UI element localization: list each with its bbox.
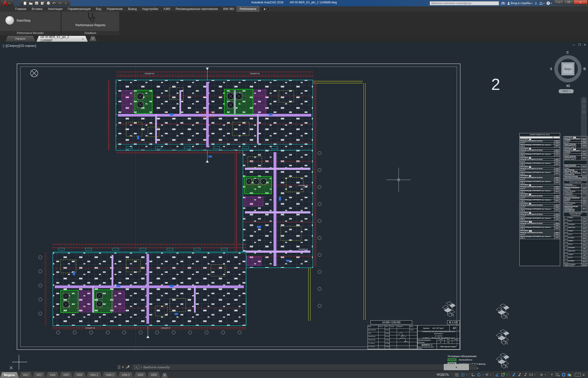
new-drawing-tab-button[interactable]: + [89, 36, 97, 41]
isodraft-icon[interactable] [484, 372, 490, 378]
snap-mode-icon[interactable] [460, 372, 466, 378]
layout-tab-model[interactable]: Модель [0, 372, 19, 378]
isolate-objects-icon[interactable] [555, 372, 560, 378]
start-stop-button[interactable] [5, 16, 14, 25]
tab-vyvod[interactable]: Вывод [125, 7, 140, 11]
viewcube-south[interactable]: Ю [566, 84, 570, 88]
grid-display-icon[interactable] [454, 372, 460, 378]
wrench-icon[interactable] [126, 365, 129, 369]
layout-tab-ar6[interactable]: AR6 [73, 372, 86, 378]
viewport-minimize-icon[interactable]: — [572, 43, 575, 47]
new-file-icon[interactable] [23, 1, 27, 5]
isodraft-caret-icon[interactable]: ▾ [490, 374, 492, 376]
layout-tab-ar2[interactable]: AR2 [32, 372, 46, 378]
tab-nadstroyki[interactable]: Надстройки [140, 7, 161, 11]
hardware-acceleration-icon[interactable] [560, 372, 566, 378]
workspace-gear-icon[interactable]: ⚙ [539, 372, 544, 378]
tab-recommended-apps[interactable]: Рекомендованные приложения [173, 7, 220, 11]
grip-dots-icon [118, 366, 120, 369]
tab-performance[interactable]: Performance [237, 6, 259, 12]
layout-tab-ar6-3[interactable]: AR6.3 [118, 372, 134, 378]
search-binoculars-icon[interactable] [501, 2, 505, 5]
tab-vid[interactable]: Вид [93, 7, 104, 11]
ribbon-tab-bar: Главная Вставка Аннотации Параметризация… [0, 6, 588, 12]
redo-icon[interactable]: ↷▾ [58, 1, 62, 5]
clean-screen-icon[interactable]: ⤢ [575, 373, 581, 377]
ucs-icon [10, 355, 27, 370]
new-layout-button[interactable]: + [161, 373, 168, 378]
command-close-icon[interactable]: ✕ [122, 366, 124, 369]
graphics-performance-icon[interactable] [566, 372, 572, 378]
annotation-visibility-icon[interactable] [511, 372, 517, 378]
qat-customize-icon[interactable]: ▾ [64, 1, 68, 5]
file-tab-home[interactable]: Начало [5, 36, 35, 42]
file-tab-close-icon[interactable]: ✕ [82, 38, 84, 40]
performance-reports-button[interactable]: Performance Reports [62, 13, 119, 27]
model-space-button[interactable]: МОДЕЛЬ [434, 373, 451, 376]
workspace-caret-icon[interactable]: ▾ [544, 374, 546, 376]
save-icon[interactable] [34, 1, 39, 5]
command-options-caret[interactable]: ▾ [141, 366, 142, 368]
save-as-icon[interactable] [40, 1, 45, 5]
customization-plus-icon[interactable]: + [549, 372, 555, 378]
annotation-autoscale-icon[interactable] [517, 372, 522, 378]
status-menu-icon[interactable]: ≡ [581, 372, 587, 378]
annotation-scale-caret-icon[interactable]: ▾ [534, 374, 536, 376]
object-snap-icon[interactable] [500, 372, 506, 378]
drawing-canvas[interactable]: [−][Сверху][2D-каркас] — ❐ ✕ 2 С Ю З В В… [0, 42, 588, 371]
command-input[interactable]: Введите команду [143, 365, 170, 369]
annotation-autoscale2-icon[interactable] [522, 372, 528, 378]
viewcube-face-top[interactable]: Верх [561, 62, 574, 75]
layout-tab-ar8[interactable]: AR8 [134, 372, 147, 378]
layout-tab-ar9[interactable]: AR9 [147, 372, 161, 378]
tab-a360[interactable]: A360 [161, 7, 173, 11]
minimize-button[interactable]: — [554, 0, 564, 4]
viewcube-ucs-menu[interactable]: МСК▾ [559, 89, 574, 93]
polar-caret-icon[interactable]: ▾ [482, 374, 484, 376]
layout-tab-ar6-1[interactable]: AR6.1 [86, 372, 102, 378]
restore-button[interactable]: ❐ [564, 0, 574, 4]
tab-upravlenie[interactable]: Управление [104, 7, 125, 11]
undo-icon[interactable]: ↶▾ [52, 1, 56, 5]
a360-icon[interactable]: ▾ [539, 2, 544, 5]
search-input[interactable] [430, 1, 499, 5]
command-line-grip[interactable]: ✕ [117, 364, 132, 370]
close-button[interactable]: ✕ [574, 0, 588, 4]
object-snap-tracking-icon[interactable] [494, 372, 500, 378]
snap-caret-icon[interactable]: ▾ [466, 374, 468, 376]
ribbon-display-toggle[interactable]: ▣ ▾ [261, 7, 269, 11]
layout-tab-ar1[interactable]: AR1 [19, 372, 32, 378]
viewport-controls[interactable]: [−][Сверху][2D-каркас] [3, 44, 36, 47]
viewport-close-icon[interactable]: ✕ [584, 43, 586, 47]
tab-parametrizaciya[interactable]: Параметризация [65, 7, 93, 11]
polar-tracking-icon[interactable] [476, 372, 482, 378]
command-prompt-icon[interactable]: >_ [134, 365, 140, 369]
exchange-apps-icon[interactable]: X [535, 1, 537, 5]
status-bar: Модель AR1 AR2 AR4 AR5 AR6 AR6.1 AR6.2 A… [0, 371, 588, 378]
schedule-row: ОБЩАЯ ПЛОЩАДЬ АПАРТАМЕНТА (вкл. балконы … [520, 144, 560, 148]
command-line[interactable]: ✕ >_ ▾ Введите команду [116, 364, 477, 370]
help-icon[interactable]: ? ▾ [546, 1, 552, 5]
tab-annotacii[interactable]: Аннотации [45, 7, 65, 11]
viewcube-west[interactable]: З [550, 67, 552, 71]
signin-button[interactable]: Вход в службы▾ [507, 1, 532, 5]
viewcube-east[interactable]: В [583, 67, 586, 71]
open-file-icon[interactable] [28, 1, 33, 5]
viewcube-north[interactable]: С [566, 50, 569, 54]
file-tab-document[interactable]: AR 00 BER_K2_pln_2 1245689* ✕ [36, 36, 88, 42]
layout-tab-ar5[interactable]: AR5 [59, 372, 73, 378]
ortho-mode-icon[interactable] [470, 372, 476, 378]
tab-glavnaya[interactable]: Главная [13, 7, 29, 11]
osnap-caret-icon[interactable]: ▾ [506, 374, 508, 376]
layout-tab-ar6-2[interactable]: AR6.2 [102, 372, 118, 378]
tab-vstavka[interactable]: Вставка [29, 7, 45, 11]
annotation-scale-button[interactable]: 1:1 [528, 372, 534, 378]
command-popup-arrow[interactable]: ▲ [444, 364, 469, 370]
panel-label-recorder[interactable]: Performance Recorder [0, 31, 61, 35]
plot-icon[interactable] [46, 1, 50, 5]
layout-tab-ar4[interactable]: AR4 [46, 372, 59, 378]
app-menu-button[interactable]: ▾ [1, 0, 14, 6]
viewport-restore-icon[interactable]: ❐ [578, 43, 581, 47]
panel-label-feedback[interactable]: Feedback [62, 31, 119, 35]
tab-bim360[interactable]: BIM 360 [221, 7, 237, 11]
